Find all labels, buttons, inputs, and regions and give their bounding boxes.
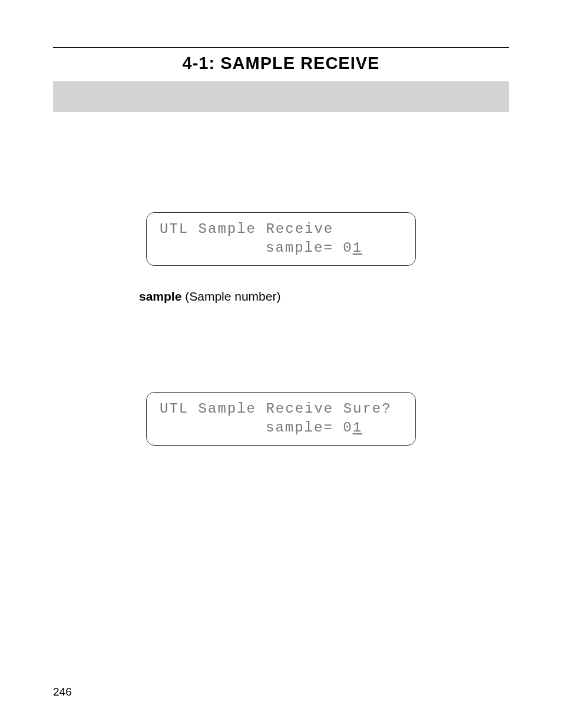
section-title: 4-1: SAMPLE RECEIVE xyxy=(53,54,509,73)
document-page: 4-1: SAMPLE RECEIVE UTL Sample Receive s… xyxy=(0,0,562,728)
parameter-name: sample xyxy=(139,289,181,303)
lcd1-line2-prefix: sample= 0 xyxy=(266,240,353,256)
page-number: 246 xyxy=(53,686,72,699)
lcd1-line1: UTL Sample Receive xyxy=(160,220,402,239)
subtitle-band xyxy=(53,81,509,112)
lcd1-line2-cursor: 1 xyxy=(353,240,362,256)
lcd-display-1: UTL Sample Receive sample= 01 xyxy=(146,212,416,266)
lcd2-line2-cursor: 1 xyxy=(353,420,362,436)
lcd-display-2: UTL Sample Receive Sure? sample= 01 xyxy=(146,392,416,446)
top-rule xyxy=(53,47,509,48)
lcd1-line2: sample= 01 xyxy=(160,239,402,258)
lcd2-line1: UTL Sample Receive Sure? xyxy=(160,400,402,419)
parameter-desc: (Sample number) xyxy=(181,289,280,303)
lcd2-line2-prefix: sample= 0 xyxy=(266,420,353,436)
lcd2-line2: sample= 01 xyxy=(160,419,402,437)
parameter-label: sample (Sample number) xyxy=(139,289,509,304)
